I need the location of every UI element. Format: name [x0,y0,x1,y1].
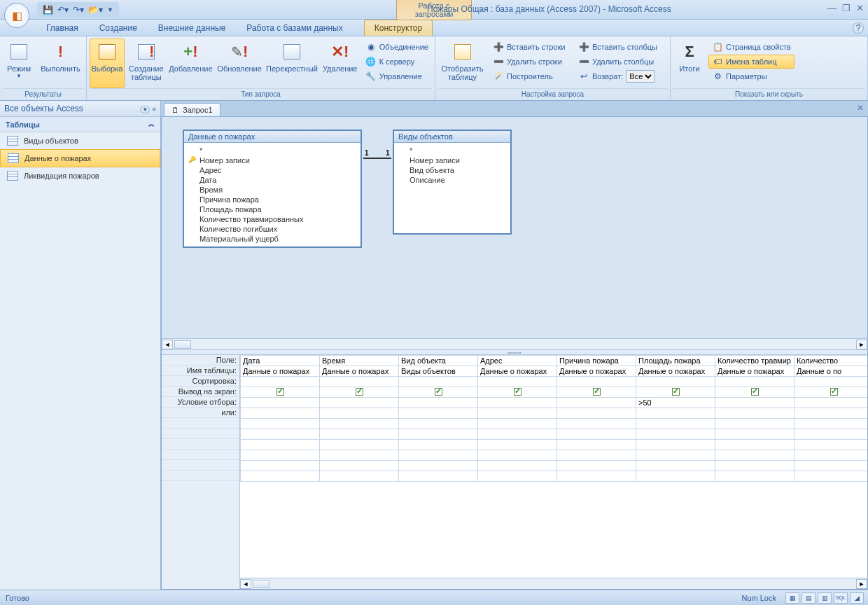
qat-customize-icon[interactable]: ▼ [107,6,113,13]
grid-cell[interactable] [399,408,478,419]
grid-cell[interactable]: Данные о пожарах [557,366,636,377]
grid-cell[interactable]: Время [320,356,399,366]
grid-cell[interactable] [794,429,868,440]
splitter[interactable]: •••••••• [162,349,867,355]
view-chart-button[interactable]: ▥ [818,592,832,604]
grid-cell[interactable] [320,461,399,471]
grid-cell[interactable] [557,450,636,461]
grid-cell[interactable] [478,471,557,482]
scroll-left-icon[interactable]: ◄ [240,579,251,589]
grid-cell[interactable] [636,377,715,387]
view-sql-button[interactable]: SQL [834,592,848,604]
return-select[interactable]: Все [626,70,654,83]
grid-cell[interactable] [478,461,557,471]
save-icon[interactable]: 💾 [43,5,53,15]
grid-cell[interactable]: Данные о пожарах [715,366,794,377]
grid-cell[interactable] [794,387,868,398]
params-button[interactable]: ⚙Параметры [708,69,794,83]
tab-home[interactable]: Главная [36,20,88,36]
grid-cell[interactable]: Адрес [478,356,557,366]
show-checkbox[interactable] [356,388,363,396]
scroll-thumb[interactable] [253,580,270,588]
append-button[interactable]: +! Добавление [168,39,214,88]
grid-cell[interactable] [636,471,715,482]
field[interactable]: Материальный ущерб [188,234,356,244]
show-checkbox[interactable] [435,388,442,396]
grid-cell[interactable]: Причина пожара [557,356,636,366]
field[interactable]: * [398,146,506,155]
run-button[interactable]: ! Выполнить [38,39,83,88]
query-grid[interactable]: ДатаВремяВид объектаАдресПричина пожараП… [240,355,867,482]
grid-cell[interactable] [478,419,557,429]
grid-cell[interactable] [557,408,636,419]
grid-cell[interactable] [557,377,636,387]
field[interactable]: Адрес [188,165,356,175]
grid-cell[interactable] [636,419,715,429]
crosstab-button[interactable]: Перекрестный [265,39,318,88]
field[interactable]: Номер записи [398,155,506,165]
scroll-right-icon[interactable]: ► [856,579,867,589]
tab-external[interactable]: Внешние данные [148,20,236,36]
delete-rows-button[interactable]: ➖Удалить строки [489,55,572,69]
grid-cell[interactable] [557,461,636,471]
grid-cell[interactable]: Данные о пожарах [320,366,399,377]
undo-icon[interactable]: ↶▾ [57,5,69,15]
grid-cell[interactable] [715,419,794,429]
grid-cell[interactable] [636,429,715,440]
grid-cell[interactable] [399,429,478,440]
grid-cell[interactable] [636,387,715,398]
grid-cell[interactable] [715,440,794,450]
grid-cell[interactable] [715,377,794,387]
grid-cell[interactable]: Количество [794,356,868,366]
grid-cell[interactable] [478,440,557,450]
grid-cell[interactable] [794,377,868,387]
grid-cell[interactable] [557,387,636,398]
grid-cell[interactable] [715,408,794,419]
nav-item-2[interactable]: Ликвидация пожаров [0,167,160,184]
show-checkbox[interactable] [751,388,759,396]
grid-cell[interactable] [557,419,636,429]
scroll-right-icon[interactable]: ► [856,340,867,349]
grid-cell[interactable] [241,429,320,440]
field[interactable]: Площадь пожара [188,204,356,214]
grid-cell[interactable] [399,450,478,461]
maketable-button[interactable]: ! Создание таблицы [127,39,165,88]
grid-cell[interactable] [241,419,320,429]
field[interactable]: Дата [188,175,356,185]
scroll-thumb[interactable] [174,340,191,349]
insert-rows-button[interactable]: ➕Вставить строки [489,40,572,54]
grid-cell[interactable] [715,461,794,471]
grid-cell[interactable] [794,398,868,408]
grid-cell[interactable]: >50 [636,398,715,408]
grid-cell[interactable] [241,450,320,461]
office-button[interactable]: ◧ [4,3,29,28]
grid-cell[interactable] [399,377,478,387]
grid-cell[interactable] [636,408,715,419]
close-button[interactable]: ✕ [856,3,864,13]
field[interactable]: Вид объекта [398,165,506,175]
lower-hscroll[interactable]: ◄ ► [240,578,867,589]
grid-cell[interactable] [399,471,478,482]
grid-cell[interactable] [478,387,557,398]
doc-tab-query1[interactable]: 🗒 Запрос1 [164,103,220,116]
table-box-types[interactable]: Виды объектов *Номер записиВид объектаОп… [393,130,512,235]
field[interactable]: Причина пожара [188,195,356,204]
grid-cell[interactable] [715,429,794,440]
view-button[interactable]: Режим▼ [3,39,35,88]
table-box-fires[interactable]: Данные о пожарах *Номер записиАдресДатаВ… [183,130,362,248]
grid-cell[interactable] [320,398,399,408]
field[interactable]: Количество травмированных [188,214,356,224]
scroll-left-icon[interactable]: ◄ [162,340,173,349]
grid-cell[interactable] [399,419,478,429]
nav-item-0[interactable]: Виды объектов [0,132,160,149]
grid-cell[interactable]: Количество травмир [715,356,794,366]
passthrough-button[interactable]: 🌐К серверу [362,55,432,69]
grid-cell[interactable]: Данные о пожарах [636,366,715,377]
open-icon[interactable]: 📂▾ [88,5,103,15]
collapse-icon[interactable]: « [152,105,156,113]
grid-cell[interactable] [320,440,399,450]
grid-cell[interactable] [478,398,557,408]
grid-cell[interactable] [241,440,320,450]
grid-cell[interactable] [241,408,320,419]
show-checkbox[interactable] [593,388,601,396]
